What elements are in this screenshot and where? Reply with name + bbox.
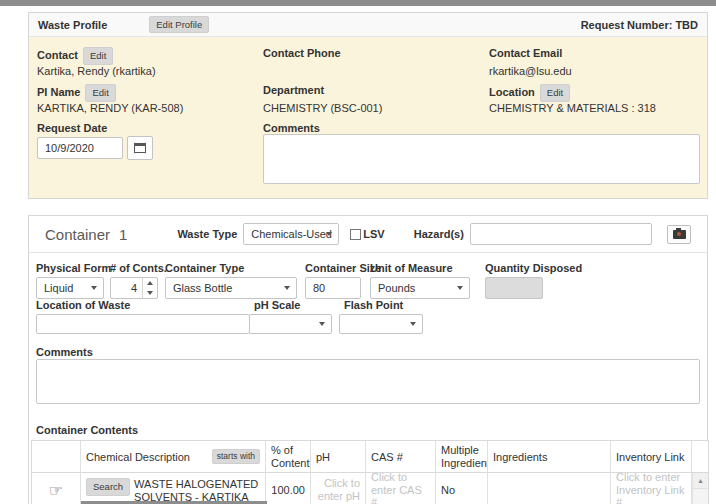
table-scrollbar[interactable]: ▲ [692,473,708,504]
ph-scale-select[interactable] [249,314,332,334]
lsv-label: LSV [363,228,384,240]
header-ph: pH [311,441,366,473]
waste-profile-title: Waste Profile [38,19,107,31]
container-contents-table: Chemical Description starts with % of Co… [31,440,709,504]
unit-of-measure-label: Unit of Measure [370,262,470,274]
container-comments-label: Comments [36,346,93,358]
chevron-down-icon [457,286,463,290]
chevron-down-icon [410,322,416,326]
waste-profile-header: Waste Profile Edit Profile Request Numbe… [29,13,707,37]
row-selector-cell[interactable]: ☞ [32,473,81,504]
lsv-checkbox[interactable] [350,229,361,240]
container-header: Container 1 Waste Type Chemicals-Used LS… [29,216,707,253]
unit-of-measure-select[interactable]: Pounds [370,277,470,299]
calendar-icon [134,143,146,153]
header-ingredients: Ingredients [488,441,611,473]
flash-point-select[interactable] [339,314,423,334]
edit-profile-button[interactable]: Edit Profile [149,16,209,34]
cas-cell[interactable]: Click to enter CAS # [366,473,436,504]
container-size-input[interactable]: 80 [305,277,361,299]
contact-label: ContactEdit [37,47,113,65]
contact-email-label: Contact Email [489,47,562,59]
header-inventory-link: Inventory Link [611,441,692,473]
location-of-waste-label: Location of Waste [36,299,250,311]
ph-scale-label: pH Scale [249,299,332,311]
chevron-down-icon [284,286,290,290]
header-multiple-ingredients: Multiple Ingredients [436,441,488,473]
inventory-link-cell[interactable]: Click to enter Inventory Link # [611,473,692,504]
contact-phone-label: Contact Phone [263,47,341,59]
profile-comments-label: Comments [263,122,320,134]
camera-button[interactable] [667,225,691,244]
container-contents-title: Container Contents [36,424,138,436]
quantity-disposed-input [485,277,543,299]
container-comments-textarea[interactable] [36,359,700,404]
starts-with-button[interactable]: starts with [212,449,260,464]
scrollbar-up-icon[interactable]: ▲ [693,473,709,489]
chemical-description-cell[interactable]: Search WASTE HALOGENATED SOLVENTS - KART… [81,473,266,504]
multiple-ingredients-cell[interactable]: No [436,473,488,504]
num-conts-label: # of Conts. [110,262,167,274]
header-chemical-description: Chemical Description starts with [81,441,266,473]
waste-type-label: Waste Type [177,228,237,240]
container-title: Container [45,226,110,243]
ph-cell[interactable]: Click to enter pH [311,473,366,504]
chevron-down-icon [319,322,325,326]
camera-icon [673,230,686,239]
pi-name-value: KARTIKA, RENDY (KAR-508) [37,102,183,114]
container-panel: Container 1 Waste Type Chemicals-Used LS… [28,215,708,504]
contact-value: Kartika, Rendy (rkartika) [37,65,156,77]
table-header-row: Chemical Description starts with % of Co… [32,441,708,473]
percent-of-content-cell[interactable]: 100.00 [266,473,311,504]
hazards-input[interactable] [470,223,652,245]
physical-form-label: Physical Form [36,262,111,274]
location-label: LocationEdit [489,84,570,102]
ingredients-cell[interactable] [488,473,611,504]
request-number: Request Number: TBD [581,19,698,31]
stepper-up-icon[interactable] [143,278,157,288]
department-label: Department [263,84,324,96]
request-date-input[interactable]: 10/9/2020 [37,137,123,159]
table-scrollbar-header-spacer [692,441,708,473]
waste-type-select[interactable]: Chemicals-Used [243,223,339,245]
date-picker-button[interactable] [127,136,153,160]
contact-email-value: rkartika@lsu.edu [489,65,572,77]
stepper-down-icon[interactable] [143,288,157,298]
chevron-down-icon [91,286,97,290]
container-body: Physical Form Liquid # of Conts. 4 Conta… [29,253,707,504]
search-button[interactable]: Search [86,478,130,496]
physical-form-select[interactable]: Liquid [36,277,104,299]
container-number: 1 [119,226,127,243]
quantity-disposed-label: Quantity Disposed [485,262,582,274]
chevron-down-icon [326,232,332,236]
header-selector-column [32,441,81,473]
waste-profile-panel: Waste Profile Edit Profile Request Numbe… [28,12,708,199]
num-conts-stepper[interactable]: 4 [110,277,158,299]
container-type-select[interactable]: Glass Bottle [165,277,297,299]
flash-point-label: Flash Point [339,299,423,311]
pi-name-label: PI NameEdit [37,84,116,102]
waste-profile-body: ContactEdit Contact Phone Contact Email … [29,37,707,198]
location-of-waste-input[interactable] [36,314,250,334]
location-value: CHEMISTRY & MATERIALS : 318 [489,102,656,114]
header-cas: CAS # [366,441,436,473]
table-row[interactable]: ☞ Search WASTE HALOGENATED SOLVENTS - KA… [32,473,708,504]
pi-edit-button[interactable]: Edit [85,84,115,102]
chemical-description-value: WASTE HALOGENATED SOLVENTS - KARTIKA [134,478,260,503]
department-value: CHEMISTRY (BSC-001) [263,102,382,114]
top-scroll-bar [0,0,716,6]
container-type-label: Container Type [165,262,297,274]
request-date-label: Request Date [37,122,107,134]
contact-edit-button[interactable]: Edit [83,47,113,65]
location-edit-button[interactable]: Edit [540,84,570,102]
hazards-label: Hazard(s) [414,228,464,240]
header-percent-of-content: % of Content [266,441,311,473]
profile-comments-textarea[interactable] [263,134,700,184]
pointing-hand-icon: ☞ [49,481,63,500]
